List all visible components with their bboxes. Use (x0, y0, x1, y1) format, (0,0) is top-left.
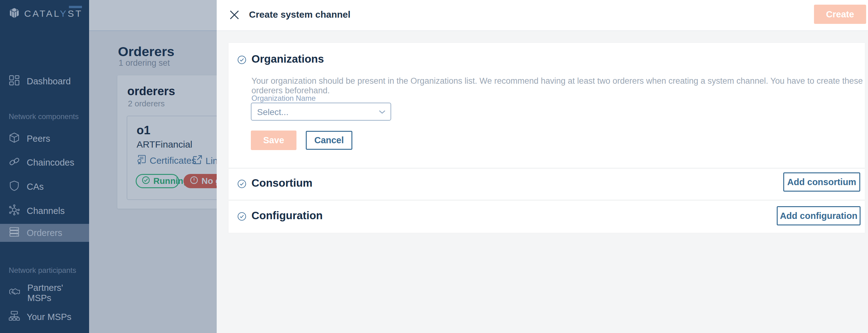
organization-name-select[interactable]: Select... (251, 103, 391, 121)
consortium-heading: Consortium (251, 177, 312, 189)
create-system-channel-drawer: Create system channel Create Organizatio… (217, 0, 868, 333)
cancel-button[interactable]: Cancel (306, 131, 352, 150)
organization-name-label: Organization Name (251, 94, 316, 103)
save-button[interactable]: Save (251, 131, 297, 150)
section-check-icon (237, 179, 247, 190)
screen: CATALYST ‹ Dashboard Network components … (0, 0, 868, 333)
section-check-icon (237, 55, 247, 66)
consortium-section: Consortium Add consortium (228, 169, 865, 200)
add-configuration-button[interactable]: Add configuration (777, 206, 861, 225)
close-icon[interactable] (228, 9, 240, 21)
configuration-heading: Configuration (251, 209, 322, 222)
organizations-section: Organizations Your organization should b… (228, 43, 865, 168)
select-placeholder: Select... (257, 107, 288, 117)
section-check-icon (237, 212, 247, 222)
create-button[interactable]: Create (814, 5, 866, 24)
configuration-section: Configuration Add configuration (228, 201, 865, 233)
drawer-title: Create system channel (249, 9, 350, 20)
organizations-heading: Organizations (251, 53, 324, 65)
add-consortium-button[interactable]: Add consortium (783, 172, 860, 192)
chevron-down-icon (378, 109, 386, 116)
drawer-header: Create system channel Create (217, 0, 868, 31)
organizations-description: Your organization should be present in t… (251, 76, 865, 96)
